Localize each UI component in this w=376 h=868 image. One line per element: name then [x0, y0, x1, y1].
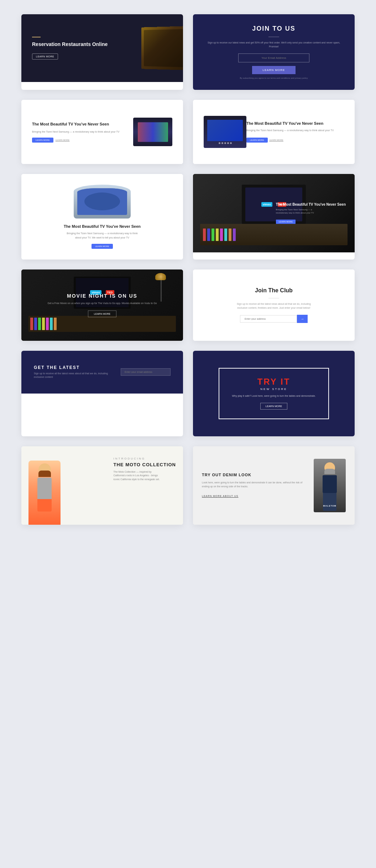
moto-person-hair: [38, 471, 51, 477]
moto-desc: The Moto Collection — inspired by Califo…: [114, 470, 160, 482]
dark-tv-desc: Bringing the Tizen Next Samsung — a revo…: [276, 208, 319, 215]
card-get-latest: GET THE LATEST Sign up to receive all th…: [21, 351, 183, 436]
tv-right-btn1[interactable]: LEARN MORE: [246, 138, 268, 143]
tv-left-btn2[interactable]: LEARN MORE: [56, 139, 70, 141]
join-subtitle: Sign up to receive our latest news and g…: [207, 41, 340, 48]
dark-tv-stand: [200, 224, 348, 245]
try-it-subtitle: NEW STORE: [232, 387, 315, 391]
shelf-book-3: [212, 228, 214, 241]
get-latest-desc: Sign up to receive all the latest news a…: [34, 372, 114, 379]
denim-text: TRY OUT DENIM LOOK Look here, were going…: [202, 473, 308, 498]
get-latest-text: GET THE LATEST Sign up to receive all th…: [34, 365, 114, 379]
movie-night-text: MOVIE NIGHT IS ON US Get a Free Movie on…: [47, 293, 157, 317]
main-grid: Reservation Restaurants Online LEARN MOR…: [0, 0, 376, 539]
try-it-box: TRY IT NEW STORE Why play it safe? Look …: [219, 368, 329, 420]
dark-tv-title: The Most Beautiful TV You've Never Seen: [276, 202, 346, 206]
moto-person-figure: [28, 461, 61, 525]
tv-right-text: The Most Beautiful TV You've Never Seen …: [246, 121, 334, 143]
denim-person-figure: MALETOM: [314, 459, 346, 512]
curved-tv-btn[interactable]: LEARN MORE: [92, 244, 113, 249]
join-submit-btn[interactable]: LEARN MORE: [252, 66, 296, 74]
join-title: JOIN TO US: [252, 25, 296, 32]
join-club-input-row: →: [240, 315, 308, 323]
movie-night-btn[interactable]: LEARN MORE: [88, 310, 116, 317]
denim-person-hair: [324, 469, 335, 474]
movie-book-7: [54, 318, 57, 330]
denim-learn-link[interactable]: LEARN MORE ABOUT US: [202, 495, 239, 497]
tv-image-left: [204, 116, 246, 148]
join-club-divider: [268, 298, 279, 298]
tv-left-title: The Most Beautiful TV You've Never Seen: [32, 122, 128, 127]
tv-left-section: The Most Beautiful TV You've Never Seen …: [21, 100, 183, 164]
join-club-submit-btn[interactable]: →: [297, 315, 308, 323]
moto-section: INTRODUCING THE MOTO COLLECTION The Moto…: [21, 446, 183, 525]
shelf-book-6: [224, 228, 227, 241]
curved-tv-section: The Most Beautiful TV You've Never Seen …: [21, 174, 183, 259]
card-join-to-us: JOIN TO US Sign up to receive our latest…: [193, 14, 355, 90]
denim-person-legs: [323, 493, 336, 511]
restaurant-section: Reservation Restaurants Online LEARN MOR…: [21, 14, 183, 82]
get-latest-email-input[interactable]: [121, 368, 171, 376]
tv-right-title: The Most Beautiful TV You've Never Seen: [246, 121, 334, 125]
dark-tv-btn[interactable]: LEARN MORE: [276, 220, 296, 224]
denim-section: TRY OUT DENIM LOOK Look here, were going…: [193, 446, 355, 525]
card-try-it: TRY IT NEW STORE Why play it safe? Look …: [193, 351, 355, 436]
moto-text: INTRODUCING THE MOTO COLLECTION The Moto…: [114, 457, 176, 482]
movie-book-1: [30, 318, 33, 330]
control-dot-5: [230, 142, 232, 144]
join-section: JOIN TO US Sign up to receive our latest…: [193, 14, 355, 90]
tv-left-btn1[interactable]: LEARN MORE: [32, 138, 53, 143]
movie-book-3: [38, 318, 41, 330]
accent-line: [32, 37, 41, 37]
moto-intro-label: INTRODUCING: [114, 457, 176, 460]
tv-left-desc: Bringing the Tizen Next Samsung — a revo…: [32, 130, 128, 134]
try-it-desc: Why play it safe? Look here, were going …: [232, 394, 315, 398]
curved-screen-content: [77, 188, 127, 215]
tv-right-desc: Bringing the Tizen Next Samsung — a revo…: [246, 128, 334, 132]
moto-person-body: [37, 478, 52, 499]
restaurant-title: Reservation Restaurants Online: [32, 41, 172, 48]
try-it-section: TRY IT NEW STORE Why play it safe? Look …: [193, 351, 355, 436]
get-latest-input-area: [121, 368, 171, 376]
card-denim-look: TRY OUT DENIM LOOK Look here, were going…: [193, 446, 355, 525]
get-latest-title: GET THE LATEST: [34, 365, 114, 370]
movie-book-5: [46, 318, 49, 330]
control-dot-4: [227, 142, 229, 144]
card-join-club: Join The Club Sign up to receive all the…: [193, 269, 355, 341]
restaurant-learn-btn[interactable]: LEARN MORE: [32, 53, 58, 60]
shelf-book-2: [207, 228, 210, 241]
join-club-email-input[interactable]: [240, 315, 297, 323]
shelf-book-1: [203, 228, 206, 241]
movie-night-section: vimeo TED MOVIE NIGHT IS ON US: [21, 269, 183, 341]
moto-person-shorts: [37, 499, 52, 512]
denim-desc: Look here, were going to turn the tables…: [202, 481, 308, 488]
join-club-section: Join The Club Sign up to receive all the…: [193, 269, 355, 341]
join-email-input[interactable]: [238, 53, 309, 62]
join-club-title: Join The Club: [255, 287, 293, 294]
tv-dark-section: vimeo TED The Most Beautiful TV You've N…: [193, 174, 355, 252]
get-latest-section: GET THE LATEST Sign up to receive all th…: [21, 351, 183, 394]
join-club-desc: Sign up to receive all the latest news a…: [235, 302, 313, 310]
denim-person-body: [323, 475, 337, 493]
card-curved-tv: The Most Beautiful TV You've Never Seen …: [21, 174, 183, 259]
card-movie-night: vimeo TED MOVIE NIGHT IS ON US: [21, 269, 183, 341]
shelf-book-7: [229, 228, 231, 241]
shelf-book-4: [216, 228, 219, 241]
moto-title: THE MOTO COLLECTION: [114, 462, 176, 467]
card-tv-dark: vimeo TED The Most Beautiful TV You've N…: [193, 174, 355, 259]
tv-screen: [138, 122, 168, 142]
tv-right-btn2[interactable]: LEARN MORE: [269, 139, 283, 141]
curved-tv-image: [74, 185, 131, 219]
shelf-book-5: [220, 228, 223, 241]
try-it-title: TRY IT: [232, 377, 315, 386]
tv-image-right: [133, 118, 172, 146]
shelf-book-8: [233, 228, 236, 241]
card-tv-text-left: The Most Beautiful TV You've Never Seen …: [21, 100, 183, 164]
movie-book-6: [50, 318, 53, 330]
movie-book-2: [34, 318, 37, 330]
movie-night-desc: Get a Free Movie on us when you sign up …: [47, 302, 157, 305]
denim-brand-label: MALETOM: [323, 505, 336, 507]
curved-screen: [77, 188, 127, 215]
movie-shelf: [28, 316, 176, 332]
try-it-btn[interactable]: LEARN MORE: [260, 403, 287, 410]
